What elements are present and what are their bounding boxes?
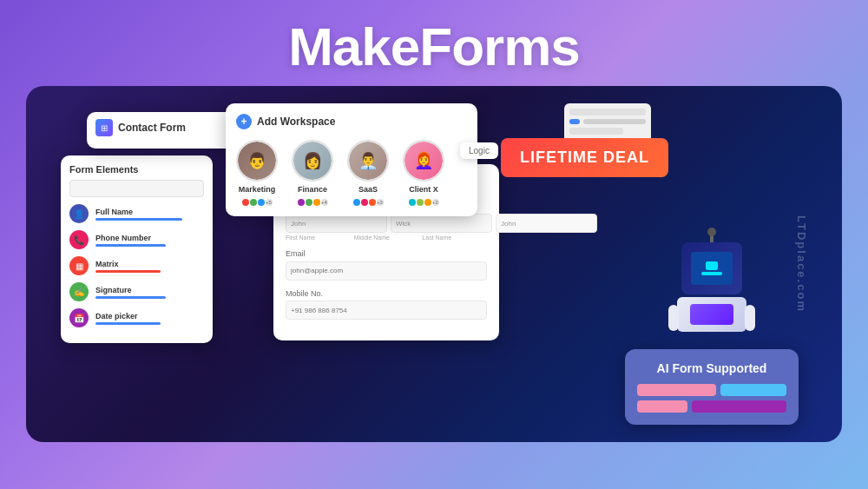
member-dots: +3 — [353, 199, 384, 206]
list-item[interactable]: 📞 Phone Number — [69, 230, 204, 249]
workspace-member-marketing[interactable]: 👨 Marketing +5 — [236, 140, 278, 206]
ai-panel-title: AI Form Supported — [637, 361, 786, 375]
robot-eye-2 — [701, 272, 722, 275]
avatar-face: 👩‍🦰 — [404, 142, 443, 180]
phone-label: Phone Number — [95, 234, 204, 242]
avatar: 👨 — [236, 140, 278, 182]
matrix-content: Matrix — [95, 260, 204, 273]
form-elements-search[interactable] — [69, 180, 204, 197]
mobile-field-group: Mobile No. — [286, 289, 487, 320]
member-dots: +5 — [242, 199, 273, 206]
signature-icon: ✍ — [69, 282, 89, 301]
list-item[interactable]: 📅 Date picker — [69, 308, 204, 327]
member-name: Client X — [409, 185, 438, 194]
dot — [298, 199, 305, 206]
dot — [417, 199, 424, 206]
ai-bar-purple — [692, 400, 786, 413]
datepicker-content: Date picker — [95, 312, 204, 325]
dot — [313, 199, 320, 206]
main-card: LTDplace.com LIFETIME DEAL ⊞ Contact For… — [26, 86, 842, 442]
logic-badge[interactable]: Logic — [460, 142, 498, 159]
dot — [306, 199, 312, 206]
robot-screen — [691, 252, 733, 285]
robot-eye — [706, 261, 718, 270]
list-item[interactable]: 👤 Full Name — [69, 204, 204, 223]
matrix-icon: ▦ — [69, 256, 89, 275]
robot-arm-left — [668, 305, 679, 331]
member-dots: +4 — [298, 199, 328, 206]
toggle-circle — [569, 119, 580, 124]
contact-form-title: Contact Form — [118, 122, 186, 134]
robot-head — [681, 242, 742, 294]
avatar-face: 👨 — [238, 142, 276, 180]
dot — [409, 199, 416, 206]
mobile-input[interactable] — [286, 301, 487, 320]
lifetime-deal-badge[interactable]: LIFETIME DEAL — [501, 138, 668, 177]
datepicker-label: Date picker — [95, 312, 204, 320]
workspace-avatars: 👨 Marketing +5 👩 Finance — [236, 140, 467, 206]
fullname-content: Full Name — [95, 208, 204, 221]
dot — [258, 199, 265, 206]
more-indicator: +5 — [266, 199, 273, 206]
email-input[interactable] — [286, 261, 487, 281]
more-indicator: +3 — [377, 199, 384, 206]
phone-bar — [95, 244, 166, 247]
form-elements-title: Form Elements — [69, 164, 204, 175]
signature-content: Signature — [95, 286, 204, 299]
workspace-panel: + Add Workspace 👨 Marketing +5 👩 — [226, 103, 477, 216]
last-name-input[interactable] — [496, 214, 597, 233]
workspace-header: + Add Workspace — [236, 114, 467, 129]
settings-row-2 — [569, 128, 623, 135]
name-input-row — [286, 214, 487, 233]
datepicker-bar — [95, 322, 161, 325]
avatar: 👩 — [292, 140, 333, 182]
dot — [424, 199, 431, 206]
contact-form-icon: ⊞ — [95, 119, 113, 136]
fullname-icon: 👤 — [69, 204, 89, 223]
dot — [369, 199, 376, 206]
contact-form-panel: ⊞ Contact Form — [87, 112, 234, 149]
robot-figure — [668, 242, 755, 347]
dot — [361, 199, 368, 206]
form-elements-panel: Form Elements 👤 Full Name 📞 Phone Number… — [61, 155, 213, 343]
add-workspace-label[interactable]: Add Workspace — [257, 116, 335, 128]
contact-form-header: ⊞ Contact Form — [95, 119, 226, 136]
fullname-bar — [95, 218, 182, 221]
workspace-member-clientx[interactable]: 👩‍🦰 Client X +2 — [403, 140, 444, 206]
watermark: LTDplace.com — [796, 215, 809, 313]
matrix-bar — [95, 270, 161, 273]
more-indicator: +4 — [321, 199, 328, 206]
ai-bar-row-2 — [637, 400, 786, 413]
robot-head-container — [668, 242, 755, 332]
add-workspace-icon[interactable]: + — [236, 114, 252, 129]
ai-bar-pink2 — [637, 400, 687, 413]
dot — [353, 199, 360, 206]
ai-bar-pink — [637, 384, 716, 396]
dot — [250, 199, 257, 206]
middle-name-input[interactable] — [391, 214, 492, 233]
dot — [242, 199, 249, 206]
fullname-label: Full Name — [95, 208, 204, 216]
settings-row — [569, 109, 646, 116]
ai-panel: AI Form Supported — [625, 349, 799, 425]
name-sublabels: First Name Middle Name Last Name — [286, 235, 487, 241]
signature-label: Signature — [95, 286, 204, 294]
ai-bar-blue — [720, 384, 786, 396]
matrix-label: Matrix — [95, 260, 204, 268]
workspace-member-saas[interactable]: 👨‍💼 SaaS +3 — [347, 140, 389, 206]
avatar-face: 👩 — [293, 142, 332, 180]
middle-name-sublabel: Middle Name — [354, 235, 419, 241]
member-name: SaaS — [358, 185, 378, 194]
robot-arms — [668, 305, 755, 331]
signature-bar — [95, 296, 166, 299]
first-name-sublabel: First Name — [286, 235, 351, 241]
workspace-member-finance[interactable]: 👩 Finance +4 — [292, 140, 333, 206]
last-name-sublabel: Last Name — [422, 235, 487, 241]
first-name-input[interactable] — [286, 214, 387, 233]
list-item[interactable]: ▦ Matrix — [69, 256, 204, 275]
more-indicator: +2 — [432, 199, 439, 206]
robot-arm-right — [745, 305, 755, 331]
list-item[interactable]: ✍ Signature — [69, 282, 204, 301]
email-label: Email — [286, 249, 487, 258]
ai-bars — [637, 384, 786, 413]
